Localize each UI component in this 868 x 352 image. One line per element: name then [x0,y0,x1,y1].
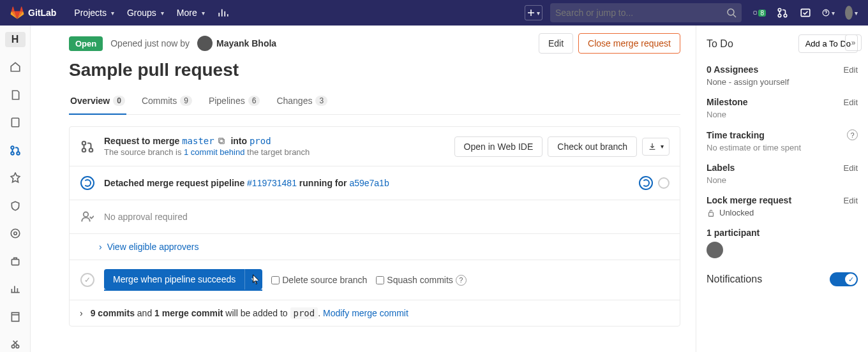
tab-overview[interactable]: Overview0 [69,89,126,115]
delete-source-branch-checkbox[interactable]: Delete source branch [271,275,367,285]
merge-options-dropdown[interactable]: ▾ [244,269,262,290]
nav-groups[interactable]: Groups [121,0,170,26]
new-dropdown[interactable] [525,5,542,20]
squash-help-icon[interactable]: ? [456,275,467,286]
approval-status: No approval required [104,212,670,222]
svg-point-11 [11,230,20,238]
issues-shortcut[interactable]: 8 [753,6,766,19]
svg-point-2 [778,8,781,11]
pipeline-running-icon [80,176,94,190]
user-menu[interactable] [845,6,858,19]
help-dropdown[interactable] [822,6,835,19]
pipeline-stage-2-icon[interactable] [658,177,670,189]
svg-rect-14 [11,312,19,321]
pipeline-id-link[interactable]: #119731481 [247,178,297,188]
rail-repository-icon[interactable] [5,87,26,103]
svg-point-19 [89,148,93,152]
time-tracking-label: Time tracking [707,130,765,140]
mr-tabs: Overview0 Commits9 Pipelines6 Changes3 [69,89,680,115]
lock-label: Lock merge request [707,195,791,205]
svg-point-10 [17,152,20,155]
tab-commits[interactable]: Commits9 [140,89,193,114]
nav-more[interactable]: More [170,0,211,26]
issues-count-badge: 8 [758,10,766,17]
labels-edit[interactable]: Edit [844,163,858,173]
svg-point-18 [82,148,86,152]
tanuki-icon [10,6,24,20]
plus-icon [527,9,535,17]
edit-button[interactable]: Edit [539,33,573,54]
svg-rect-1 [754,11,757,15]
modify-merge-commit-link[interactable]: Modify merge commit [323,308,408,318]
svg-point-15 [11,345,15,348]
rail-cicd-icon[interactable] [5,171,26,186]
squash-commits-checkbox[interactable]: Squash commits [376,275,453,285]
merge-request-icon [80,139,95,154]
milestone-edit[interactable]: Edit [844,98,858,107]
top-navbar: GitLab Projects Groups More 8 [0,0,868,26]
rail-snippets-icon[interactable] [5,337,26,353]
target-branch[interactable]: prod [250,136,271,146]
brand-text: GitLab [28,8,56,18]
mr-title: Sample pull request [69,60,680,80]
rail-packages-icon[interactable] [5,254,26,269]
project-avatar[interactable]: H [5,32,26,47]
download-dropdown[interactable]: ▾ [642,138,670,156]
gitlab-logo[interactable]: GitLab [10,6,56,20]
project-sidebar: H [0,26,31,352]
nav-projects[interactable]: Projects [68,0,121,26]
rail-operations-icon[interactable] [5,226,26,242]
participant-avatar[interactable] [707,242,723,258]
chevron-right-icon: › [80,308,83,318]
todos-shortcut[interactable] [799,6,812,19]
copy-branch-icon[interactable] [217,136,226,145]
merge-requests-shortcut[interactable] [776,6,789,19]
collapse-sidebar-button[interactable]: » [845,34,862,51]
tab-changes[interactable]: Changes3 [275,89,329,114]
assignees-label: 0 Assignees [707,64,758,75]
pipeline-stage-1-icon[interactable] [639,176,653,190]
merge-when-pipeline-succeeds-button[interactable]: Merge when pipeline succeeds [104,269,244,290]
labels-label: Labels [707,163,735,173]
rail-analytics-icon[interactable] [5,282,26,297]
lock-value: Unlocked [707,208,858,217]
approval-icon [80,209,95,224]
author-avatar [197,36,213,51]
rail-issues-icon[interactable] [5,115,26,131]
rail-home-icon[interactable] [5,60,26,75]
close-mr-button[interactable]: Close merge request [578,33,680,54]
commits-summary-toggle[interactable]: › 9 commits and 1 merge commit will be a… [70,300,680,326]
assign-yourself-link[interactable]: None - assign yourself [707,77,858,87]
svg-rect-7 [11,119,19,128]
commits-behind-link[interactable]: 1 commit behind [184,147,244,157]
svg-point-17 [82,141,86,145]
rail-wiki-icon[interactable] [5,309,26,325]
time-help-icon[interactable]: ? [847,129,858,140]
rail-merge-requests-icon[interactable] [5,143,26,158]
view-approvers-toggle[interactable]: › View eligible approvers [70,233,680,260]
svg-rect-21 [218,138,223,143]
main-content: Open Opened just now by Mayank Bhola Edi… [31,26,696,352]
svg-rect-23 [709,212,714,216]
pipeline-sha-link[interactable]: a59e7a1b [349,178,389,188]
assignees-edit[interactable]: Edit [844,65,858,75]
lock-edit[interactable]: Edit [844,196,858,205]
svg-point-4 [784,14,787,17]
open-web-ide-button[interactable]: Open in Web IDE [454,136,543,157]
author-link[interactable]: Mayank Bhola [197,36,276,51]
search-input[interactable] [555,8,726,18]
notifications-toggle[interactable] [830,272,858,286]
search-box[interactable] [550,3,742,22]
source-branch[interactable]: master [182,136,214,146]
svg-point-3 [778,14,781,17]
rail-security-icon[interactable] [5,198,26,214]
opened-text: Opened just now by [110,38,190,48]
svg-rect-20 [220,139,224,143]
unlock-icon [707,209,715,217]
merge-widget: Request to merge master into prod The so… [69,126,680,326]
notifications-label: Notifications [707,274,762,285]
checkout-branch-button[interactable]: Check out branch [548,136,637,157]
svg-point-0 [728,9,734,15]
nav-activity-icon[interactable] [211,0,236,26]
tab-pipelines[interactable]: Pipelines6 [207,89,262,114]
